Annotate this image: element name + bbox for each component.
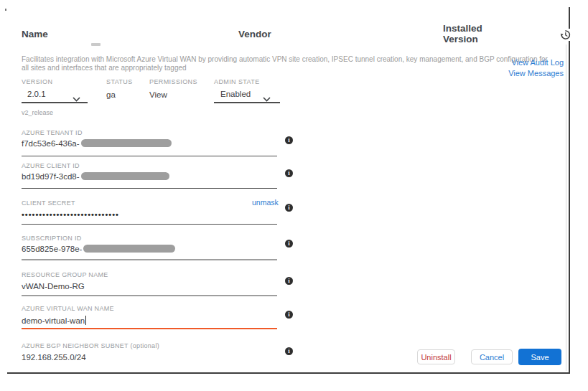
text-caret	[85, 316, 86, 325]
azure-bgp-neighbor-subnet-input[interactable]: 192.168.255.0/24	[22, 353, 86, 362]
client-secret-input[interactable]: ••••••••••••••••••••••••••••	[22, 210, 119, 219]
azure-tenant-id-label: AZURE TENANT ID	[22, 129, 83, 136]
azure-virtual-wan-name-underline-focused	[22, 328, 277, 329]
admin-state-select-underline	[214, 102, 280, 103]
redacted-value-blob	[83, 245, 175, 253]
resource-group-name-input[interactable]: vWAN-Demo-RG	[22, 282, 85, 291]
azure-tenant-id-input[interactable]: f7dc53e6-436a-	[22, 139, 172, 148]
azure-tenant-id-underline	[22, 156, 277, 156]
azure-bgp-neighbor-subnet-label: AZURE BGP NEIGHBOR SUBNET (optional)	[22, 342, 159, 349]
azure-client-id-underline	[22, 188, 277, 189]
azure-client-id-input[interactable]: bd19d97f-3cd8-	[22, 172, 169, 181]
client-secret-label: CLIENT SECRET	[22, 199, 75, 207]
admin-state-select-value[interactable]: Enabled	[220, 90, 251, 98]
azure-virtual-wan-name-info-icon[interactable]: i	[285, 311, 293, 319]
view-messages-link[interactable]: View Messages	[459, 68, 564, 79]
azure-tenant-id-info-icon[interactable]: i	[285, 136, 293, 144]
unmask-link[interactable]: unmask	[252, 198, 279, 207]
status-value: ga	[106, 90, 116, 99]
azure-virtual-wan-name-input[interactable]: demo-virtual-wan	[22, 316, 86, 325]
subscription-id-info-icon[interactable]: i	[285, 240, 293, 248]
client-secret-underline	[22, 224, 277, 225]
panel-bottom-border	[7, 372, 570, 374]
side-links: View Audit Log View Messages	[459, 57, 564, 79]
column-header-vendor: Vendor	[238, 29, 271, 39]
client-secret-info-icon[interactable]: i	[285, 204, 293, 212]
cancel-button[interactable]: Cancel	[471, 349, 513, 364]
uninstall-button[interactable]: Uninstall	[417, 349, 455, 364]
resource-group-name-label: RESOURCE GROUP NAME	[22, 271, 108, 278]
azure-client-id-info-icon[interactable]: i	[285, 169, 293, 177]
admin-state-label: ADMIN STATE	[214, 78, 260, 85]
version-label: VERSION	[22, 78, 52, 85]
resource-group-name-info-icon[interactable]: i	[285, 277, 293, 285]
permissions-label: PERMISSIONS	[149, 78, 197, 85]
subscription-id-underline	[22, 259, 277, 260]
subscription-id-input[interactable]: 655d825e-978e-	[22, 245, 175, 253]
azure-bgp-neighbor-subnet-info-icon[interactable]: i	[285, 347, 293, 355]
version-select-underline	[22, 102, 88, 103]
history-restore-icon[interactable]	[559, 29, 571, 41]
column-header-name: Name	[22, 29, 48, 39]
release-tag: v2_release	[22, 109, 53, 116]
resource-group-name-underline	[22, 295, 277, 296]
status-label: STATUS	[106, 78, 133, 85]
permissions-view-link[interactable]: View	[149, 90, 167, 99]
stray-dot	[5, 9, 6, 11]
redacted-value-blob	[81, 172, 169, 180]
redacted-value-blob	[81, 139, 172, 147]
column-header-installed-version: Installed Version	[443, 23, 482, 44]
save-button[interactable]: Save	[518, 349, 561, 365]
panel-right-border	[569, 7, 570, 374]
azure-client-id-label: AZURE CLIENT ID	[22, 162, 80, 169]
vendor-logo-smudge	[91, 43, 101, 46]
scroll-track[interactable]	[566, 44, 566, 371]
subscription-id-label: SUBSCRIPTION ID	[22, 235, 82, 242]
app-integration-config-panel: Name Vendor Installed Version Facilitate…	[0, 0, 588, 391]
version-select-value[interactable]: 2.0.1	[27, 90, 46, 98]
azure-virtual-wan-name-label: AZURE VIRTUAL WAN NAME	[22, 305, 114, 312]
view-audit-log-link[interactable]: View Audit Log	[459, 57, 564, 68]
